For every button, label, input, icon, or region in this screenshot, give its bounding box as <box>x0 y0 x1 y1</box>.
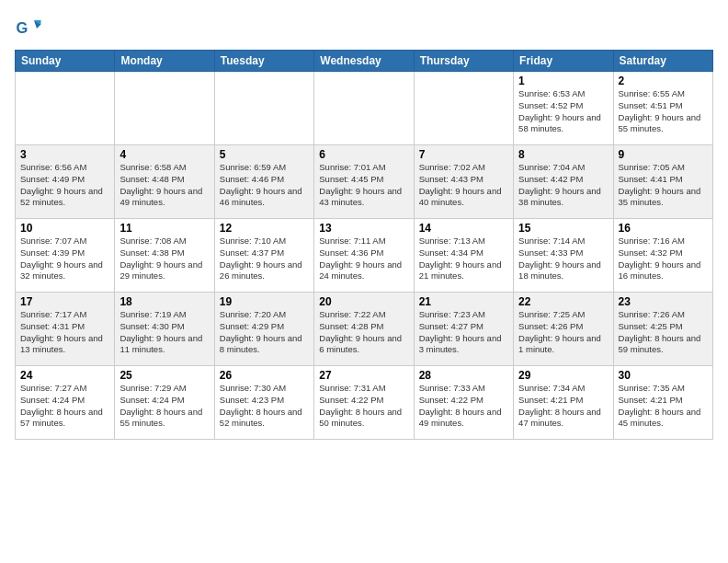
day-number: 18 <box>119 295 209 308</box>
day-info: Sunrise: 7:35 AM Sunset: 4:21 PM Dayligh… <box>619 383 708 430</box>
day-info: Sunrise: 7:30 AM Sunset: 4:23 PM Dayligh… <box>220 383 309 430</box>
day-info: Sunrise: 7:31 AM Sunset: 4:22 PM Dayligh… <box>319 383 408 430</box>
day-info: Sunrise: 7:07 AM Sunset: 4:39 PM Dayligh… <box>20 236 109 282</box>
calendar-cell <box>16 72 115 145</box>
calendar-cell: 6Sunrise: 7:01 AM Sunset: 4:45 PM Daylig… <box>314 145 414 219</box>
day-number: 10 <box>20 222 109 235</box>
calendar-cell: 23Sunrise: 7:26 AM Sunset: 4:25 PM Dayli… <box>613 293 712 366</box>
calendar-cell: 19Sunrise: 7:20 AM Sunset: 4:29 PM Dayli… <box>214 293 313 366</box>
calendar-cell <box>214 72 313 145</box>
day-info: Sunrise: 7:11 AM Sunset: 4:36 PM Dayligh… <box>319 236 408 282</box>
weekday-header-friday: Friday <box>514 51 613 72</box>
calendar-week-row: 10Sunrise: 7:07 AM Sunset: 4:39 PM Dayli… <box>16 219 713 293</box>
day-number: 1 <box>518 75 608 87</box>
day-number: 25 <box>119 369 209 382</box>
day-number: 2 <box>619 75 708 87</box>
calendar-cell: 3Sunrise: 6:56 AM Sunset: 4:49 PM Daylig… <box>16 145 115 219</box>
calendar-week-row: 24Sunrise: 7:27 AM Sunset: 4:24 PM Dayli… <box>16 366 713 440</box>
day-info: Sunrise: 7:23 AM Sunset: 4:27 PM Dayligh… <box>419 309 508 356</box>
calendar-header-row: SundayMondayTuesdayWednesdayThursdayFrid… <box>16 51 713 72</box>
calendar-cell <box>414 72 513 145</box>
day-info: Sunrise: 7:05 AM Sunset: 4:41 PM Dayligh… <box>619 162 708 209</box>
calendar: SundayMondayTuesdayWednesdayThursdayFrid… <box>15 50 713 440</box>
day-number: 3 <box>20 148 109 161</box>
day-info: Sunrise: 7:16 AM Sunset: 4:32 PM Dayligh… <box>619 236 708 282</box>
day-number: 19 <box>220 295 309 308</box>
day-number: 30 <box>619 369 708 382</box>
day-number: 16 <box>619 222 708 235</box>
weekday-header-thursday: Thursday <box>414 51 513 72</box>
day-info: Sunrise: 7:22 AM Sunset: 4:28 PM Dayligh… <box>319 309 408 356</box>
day-number: 4 <box>119 148 209 161</box>
day-number: 22 <box>518 295 608 308</box>
day-info: Sunrise: 7:25 AM Sunset: 4:26 PM Dayligh… <box>518 309 608 356</box>
calendar-cell: 24Sunrise: 7:27 AM Sunset: 4:24 PM Dayli… <box>16 366 115 440</box>
calendar-cell <box>115 72 214 145</box>
calendar-cell: 15Sunrise: 7:14 AM Sunset: 4:33 PM Dayli… <box>514 219 613 293</box>
day-number: 8 <box>518 148 608 161</box>
calendar-cell: 26Sunrise: 7:30 AM Sunset: 4:23 PM Dayli… <box>214 366 313 440</box>
calendar-cell: 4Sunrise: 6:58 AM Sunset: 4:48 PM Daylig… <box>115 145 214 219</box>
calendar-cell: 9Sunrise: 7:05 AM Sunset: 4:41 PM Daylig… <box>613 145 712 219</box>
calendar-cell <box>314 72 414 145</box>
day-info: Sunrise: 7:13 AM Sunset: 4:34 PM Dayligh… <box>419 236 508 282</box>
day-number: 28 <box>419 369 508 382</box>
day-info: Sunrise: 7:29 AM Sunset: 4:24 PM Dayligh… <box>119 383 209 430</box>
day-info: Sunrise: 6:56 AM Sunset: 4:49 PM Dayligh… <box>20 162 109 209</box>
weekday-header-tuesday: Tuesday <box>214 51 313 72</box>
day-info: Sunrise: 7:34 AM Sunset: 4:21 PM Dayligh… <box>518 383 608 430</box>
calendar-cell: 13Sunrise: 7:11 AM Sunset: 4:36 PM Dayli… <box>314 219 414 293</box>
header: G <box>15 15 713 42</box>
calendar-cell: 25Sunrise: 7:29 AM Sunset: 4:24 PM Dayli… <box>115 366 214 440</box>
day-info: Sunrise: 7:26 AM Sunset: 4:25 PM Dayligh… <box>619 309 708 356</box>
day-info: Sunrise: 7:02 AM Sunset: 4:43 PM Dayligh… <box>419 162 508 209</box>
calendar-cell: 28Sunrise: 7:33 AM Sunset: 4:22 PM Dayli… <box>414 366 513 440</box>
calendar-cell: 11Sunrise: 7:08 AM Sunset: 4:38 PM Dayli… <box>115 219 214 293</box>
calendar-cell: 8Sunrise: 7:04 AM Sunset: 4:42 PM Daylig… <box>514 145 613 219</box>
weekday-header-sunday: Sunday <box>16 51 115 72</box>
day-number: 6 <box>319 148 408 161</box>
calendar-cell: 30Sunrise: 7:35 AM Sunset: 4:21 PM Dayli… <box>613 366 712 440</box>
calendar-cell: 1Sunrise: 6:53 AM Sunset: 4:52 PM Daylig… <box>514 72 613 145</box>
calendar-cell: 5Sunrise: 6:59 AM Sunset: 4:46 PM Daylig… <box>214 145 313 219</box>
calendar-cell: 10Sunrise: 7:07 AM Sunset: 4:39 PM Dayli… <box>16 219 115 293</box>
day-info: Sunrise: 7:33 AM Sunset: 4:22 PM Dayligh… <box>419 383 508 430</box>
calendar-cell: 22Sunrise: 7:25 AM Sunset: 4:26 PM Dayli… <box>514 293 613 366</box>
day-info: Sunrise: 7:27 AM Sunset: 4:24 PM Dayligh… <box>20 383 109 430</box>
logo: G <box>15 15 44 42</box>
calendar-cell: 18Sunrise: 7:19 AM Sunset: 4:30 PM Dayli… <box>115 293 214 366</box>
calendar-cell: 27Sunrise: 7:31 AM Sunset: 4:22 PM Dayli… <box>314 366 414 440</box>
day-number: 9 <box>619 148 708 161</box>
day-info: Sunrise: 7:14 AM Sunset: 4:33 PM Dayligh… <box>518 236 608 282</box>
day-number: 23 <box>619 295 708 308</box>
page: G SundayMondayTuesdayWednesdayThursdayFr… <box>0 0 728 563</box>
weekday-header-monday: Monday <box>115 51 214 72</box>
day-number: 12 <box>220 222 309 235</box>
weekday-header-wednesday: Wednesday <box>314 51 414 72</box>
calendar-week-row: 3Sunrise: 6:56 AM Sunset: 4:49 PM Daylig… <box>16 145 713 219</box>
calendar-cell: 12Sunrise: 7:10 AM Sunset: 4:37 PM Dayli… <box>214 219 313 293</box>
day-info: Sunrise: 7:17 AM Sunset: 4:31 PM Dayligh… <box>20 309 109 356</box>
day-number: 24 <box>20 369 109 382</box>
day-number: 29 <box>518 369 608 382</box>
day-number: 14 <box>419 222 508 235</box>
calendar-cell: 7Sunrise: 7:02 AM Sunset: 4:43 PM Daylig… <box>414 145 513 219</box>
calendar-cell: 21Sunrise: 7:23 AM Sunset: 4:27 PM Dayli… <box>414 293 513 366</box>
day-info: Sunrise: 7:01 AM Sunset: 4:45 PM Dayligh… <box>319 162 408 209</box>
day-info: Sunrise: 6:58 AM Sunset: 4:48 PM Dayligh… <box>119 162 209 209</box>
day-number: 20 <box>319 295 408 308</box>
calendar-cell: 14Sunrise: 7:13 AM Sunset: 4:34 PM Dayli… <box>414 219 513 293</box>
calendar-cell: 2Sunrise: 6:55 AM Sunset: 4:51 PM Daylig… <box>613 72 712 145</box>
day-info: Sunrise: 6:53 AM Sunset: 4:52 PM Dayligh… <box>518 88 608 135</box>
calendar-week-row: 17Sunrise: 7:17 AM Sunset: 4:31 PM Dayli… <box>16 293 713 366</box>
day-info: Sunrise: 7:19 AM Sunset: 4:30 PM Dayligh… <box>119 309 209 356</box>
day-number: 13 <box>319 222 408 235</box>
day-number: 26 <box>220 369 309 382</box>
weekday-header-saturday: Saturday <box>613 51 712 72</box>
day-info: Sunrise: 6:55 AM Sunset: 4:51 PM Dayligh… <box>619 88 708 135</box>
day-info: Sunrise: 7:10 AM Sunset: 4:37 PM Dayligh… <box>220 236 309 282</box>
calendar-cell: 29Sunrise: 7:34 AM Sunset: 4:21 PM Dayli… <box>514 366 613 440</box>
day-info: Sunrise: 7:20 AM Sunset: 4:29 PM Dayligh… <box>220 309 309 356</box>
day-number: 27 <box>319 369 408 382</box>
day-number: 11 <box>119 222 209 235</box>
